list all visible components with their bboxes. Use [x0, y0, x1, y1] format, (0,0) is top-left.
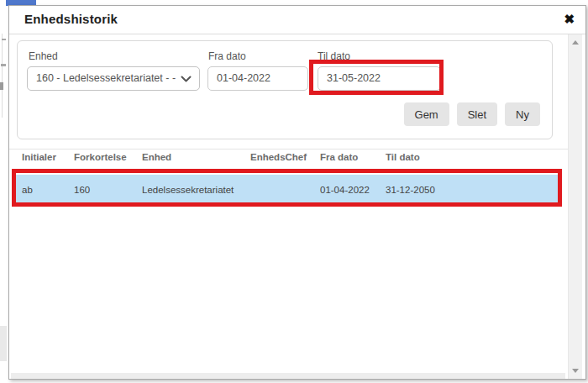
column-header-forkortelse: Forkortelse	[66, 152, 134, 165]
history-table: Initialer Forkortelse Enhed EnhedsChef F…	[13, 152, 562, 205]
background-artifact-mark	[0, 82, 3, 90]
cell-til-dato: 31-12-2050	[377, 185, 562, 195]
slet-button[interactable]: Slet	[457, 102, 497, 126]
background-artifact-mark	[2, 39, 6, 40]
scroll-down-icon[interactable]	[572, 369, 579, 373]
background-artifact-mark	[1, 64, 6, 66]
column-header-enhed: Enhed	[134, 152, 242, 165]
cell-forkortelse: 160	[66, 185, 134, 195]
vertical-scrollbar[interactable]	[568, 34, 582, 379]
cell-fra-dato: 01-04-2022	[312, 185, 377, 195]
divider	[9, 149, 569, 150]
enhed-label: Enhed	[29, 50, 58, 62]
form-buttons: Gem Slet Ny	[404, 102, 540, 126]
table-row[interactable]: ab 160 Ledelsessekretariatet 01-04-2022 …	[13, 175, 562, 205]
dialog-title: Enhedshistorik	[24, 12, 118, 26]
fra-dato-input[interactable]: 01-04-2022	[207, 66, 308, 91]
chevron-down-icon	[181, 76, 192, 83]
enhed-select-value: 160 - Ledelsessekretariatet - -	[36, 72, 176, 84]
close-icon[interactable]: ✖	[564, 11, 575, 28]
til-dato-value: 31-05-2022	[327, 72, 381, 84]
form-panel: Enhed Fra dato Til dato 160 - Ledelsesse…	[17, 40, 553, 139]
fra-dato-value: 01-04-2022	[217, 72, 270, 84]
til-dato-input[interactable]: 31-05-2022	[318, 66, 441, 91]
horizontal-scrollbar[interactable]	[11, 373, 565, 379]
page-background: Enhedshistorik ✖ Enhed Fra dato Til dato…	[0, 0, 588, 383]
column-header-fra-dato: Fra dato	[312, 152, 377, 165]
dialog-header: Enhedshistorik ✖	[9, 6, 585, 34]
enhedshistorik-dialog: Enhedshistorik ✖ Enhed Fra dato Til dato…	[8, 5, 586, 380]
enhed-select[interactable]: 160 - Ledelsessekretariatet - -	[27, 66, 200, 91]
table-header-row: Initialer Forkortelse Enhed EnhedsChef F…	[13, 152, 562, 165]
column-header-til-dato: Til dato	[377, 152, 562, 165]
scroll-up-icon[interactable]	[572, 40, 579, 45]
background-artifact-line	[2, 34, 3, 118]
background-artifact-block	[0, 326, 7, 361]
cell-enhed: Ledelsessekretariatet	[134, 185, 242, 195]
cell-initialer: ab	[13, 185, 66, 195]
column-header-enhedschef: EnhedsChef	[242, 152, 312, 165]
column-header-initialer: Initialer	[13, 152, 66, 165]
gem-button[interactable]: Gem	[404, 102, 449, 126]
ny-button[interactable]: Ny	[505, 102, 540, 126]
fra-dato-label: Fra dato	[208, 50, 246, 62]
til-dato-label: Til dato	[318, 50, 350, 62]
